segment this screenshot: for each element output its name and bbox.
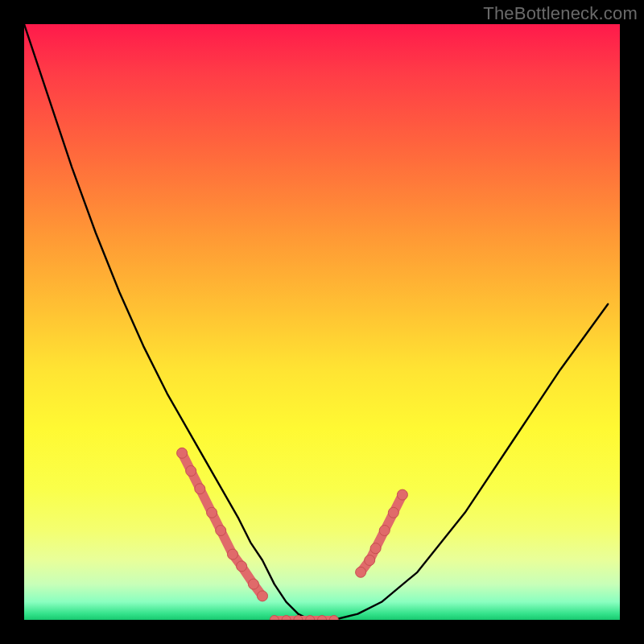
bead-marker [379, 526, 390, 536]
bead-marker [258, 591, 268, 601]
watermark-label: TheBottleneck.com [483, 3, 638, 24]
chart-svg [24, 24, 620, 620]
plot-area [24, 24, 620, 620]
bead-marker [195, 484, 205, 494]
bead-marker [365, 555, 375, 566]
bottleneck-curve [24, 24, 608, 620]
beads-bottom-group [270, 616, 338, 621]
bead-marker [186, 466, 196, 477]
bead-marker [370, 543, 381, 554]
beads-left-group [177, 448, 268, 601]
beads-right-group [356, 489, 408, 577]
bead-marker [356, 567, 366, 577]
bead-marker [177, 448, 188, 458]
bead-marker [397, 489, 407, 500]
outer-frame: TheBottleneck.com [0, 0, 644, 644]
bead-marker [248, 579, 258, 589]
bead-marker [228, 549, 238, 559]
bead-marker [207, 507, 217, 518]
bead-marker [237, 561, 247, 572]
bead-marker [216, 526, 226, 536]
bead-marker [388, 507, 398, 518]
